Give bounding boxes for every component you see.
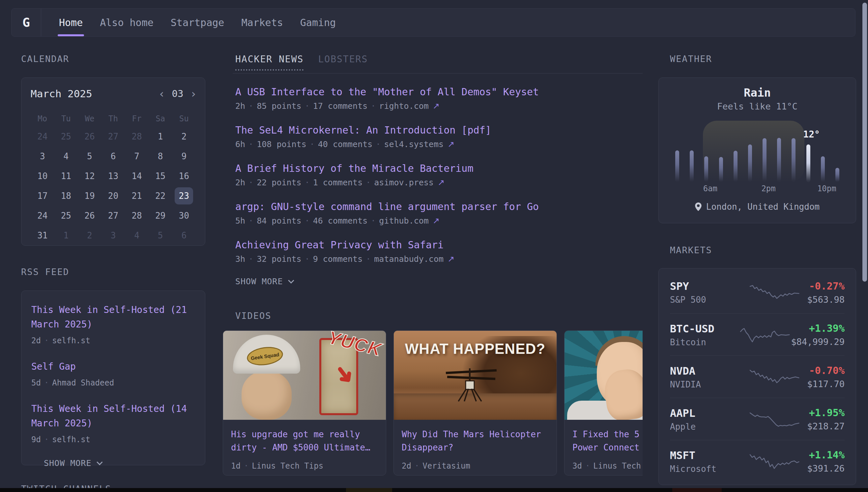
market-row-btc-usd[interactable]: BTC-USDBitcoin+1.39%$84,999.29 xyxy=(670,313,845,355)
calendar-day[interactable]: 2 xyxy=(172,127,196,146)
calendar-day[interactable]: 7 xyxy=(125,146,149,166)
calendar-day[interactable]: 26 xyxy=(78,127,102,146)
calendar-day[interactable]: 24 xyxy=(31,127,54,146)
calendar-day[interactable]: 6 xyxy=(172,225,196,245)
video-age: 1d xyxy=(231,461,241,471)
rss-show-more-button[interactable]: SHOW MORE xyxy=(44,458,195,468)
calendar-day[interactable]: 26 xyxy=(78,206,102,225)
page-scrollbar[interactable] xyxy=(862,3,867,281)
calendar-day[interactable]: 2 xyxy=(78,225,102,245)
calendar-next-icon[interactable]: › xyxy=(191,89,196,99)
calendar-day[interactable]: 18 xyxy=(54,186,78,206)
news-item-domain-link[interactable]: github.com↗ xyxy=(379,216,439,225)
separator-dot: · xyxy=(44,336,49,345)
calendar-day[interactable]: 1 xyxy=(54,225,78,245)
calendar-day[interactable]: 14 xyxy=(125,166,149,186)
news-item-title[interactable]: A Brief History of the Miracle Bacterium xyxy=(235,162,642,175)
video-title[interactable]: His upgrade got me really dirty - AMD $5… xyxy=(231,428,378,454)
market-symbol-block: BTC-USDBitcoin xyxy=(670,322,739,347)
rss-show-more-label: SHOW MORE xyxy=(44,458,91,468)
news-item-domain-link[interactable]: asimov.press↗ xyxy=(374,178,445,187)
market-row-msft[interactable]: MSFTMicrosoft+1.14%$391.26 xyxy=(670,440,845,482)
calendar-day[interactable]: 10 xyxy=(31,166,54,186)
news-item-title[interactable]: argp: GNU-style command line argument pa… xyxy=(235,200,642,213)
calendar-day[interactable]: 8 xyxy=(149,146,172,166)
nav-tab-also-home[interactable]: Also home xyxy=(100,8,154,36)
news-item-domain-link[interactable]: righto.com↗ xyxy=(379,101,439,111)
calendar-day-number: 30 xyxy=(179,211,189,221)
video-card[interactable]: Geek SquadYUCKHis upgrade got me really … xyxy=(223,330,386,475)
nav-tab-home[interactable]: Home xyxy=(59,8,83,36)
calendar-day[interactable]: 13 xyxy=(102,166,125,186)
calendar-day[interactable]: 16 xyxy=(172,166,196,186)
video-card[interactable]: WHAT HAPPENED?Why Did The Mars Helicopte… xyxy=(393,330,557,475)
calendar-day[interactable]: 1 xyxy=(149,127,172,146)
nav-tab-gaming[interactable]: Gaming xyxy=(300,8,336,36)
weather-bar-chart: 12° xyxy=(675,123,839,182)
calendar-day-number: 2 xyxy=(87,230,92,240)
news-tab-hacker-news[interactable]: HACKER NEWS xyxy=(235,54,304,71)
calendar-day[interactable]: 21 xyxy=(125,186,149,206)
rss-item-title[interactable]: Self Gap xyxy=(31,360,195,374)
news-item-title[interactable]: A USB Interface to the "Mother of All De… xyxy=(235,85,642,99)
calendar-day[interactable]: 22 xyxy=(149,186,172,206)
news-item: argp: GNU-style command line argument pa… xyxy=(235,200,642,226)
nav-tab-startpage[interactable]: Startpage xyxy=(171,8,225,36)
calendar-day[interactable]: 6 xyxy=(102,146,125,166)
calendar-day-number: 17 xyxy=(37,191,48,201)
calendar-weekday: Tu xyxy=(54,111,78,127)
calendar-day[interactable]: 3 xyxy=(31,146,54,166)
market-row-aapl[interactable]: AAPLApple+1.95%$218.27 xyxy=(670,398,845,440)
weather-bar xyxy=(719,157,723,182)
calendar-day[interactable]: 5 xyxy=(78,146,102,166)
calendar-day[interactable]: 5 xyxy=(149,225,172,245)
news-tab-lobsters[interactable]: LOBSTERS xyxy=(318,54,368,71)
video-title[interactable]: Why Did The Mars Helicopter Disappear? xyxy=(402,428,549,454)
calendar-day[interactable]: 28 xyxy=(125,127,149,146)
calendar-day-selected[interactable]: 23 xyxy=(172,186,196,206)
calendar-day[interactable]: 27 xyxy=(102,206,125,225)
video-card-body: Why Did The Mars Helicopter Disappear?2d… xyxy=(394,420,557,471)
calendar-weekday: Mo xyxy=(31,111,54,127)
calendar-day[interactable]: 31 xyxy=(31,225,54,245)
calendar-day-number: 29 xyxy=(155,211,165,221)
calendar-day[interactable]: 28 xyxy=(125,206,149,225)
calendar-day[interactable]: 25 xyxy=(54,127,78,146)
calendar-day[interactable]: 29 xyxy=(149,206,172,225)
video-thumbnail: WHAT HAPPENED? xyxy=(394,331,557,420)
market-symbol-block: SPYS&P 500 xyxy=(670,280,749,305)
market-row-nvda[interactable]: NVDANVIDIA-0.70%$117.70 xyxy=(670,355,845,398)
calendar-day[interactable]: 4 xyxy=(54,146,78,166)
calendar-day[interactable]: 9 xyxy=(172,146,196,166)
calendar-day[interactable]: 19 xyxy=(78,186,102,206)
calendar-prev-icon[interactable]: ‹ xyxy=(159,89,164,99)
calendar-day[interactable]: 3 xyxy=(102,225,125,245)
nav-tab-markets[interactable]: Markets xyxy=(241,8,283,36)
news-item-domain-link[interactable]: matanabudy.com↗ xyxy=(374,254,454,264)
calendar-day[interactable]: 11 xyxy=(54,166,78,186)
news-item-title[interactable]: The SeL4 Microkernel: An Introduction [p… xyxy=(235,124,642,137)
video-thumbnail: DO TH T xyxy=(564,331,642,420)
calendar-day[interactable]: 20 xyxy=(102,186,125,206)
weather-axis: 6am2pm10pm xyxy=(675,182,839,194)
calendar-day[interactable]: 30 xyxy=(172,206,196,225)
calendar-day[interactable]: 15 xyxy=(149,166,172,186)
left-column: CALENDAR March 2025 ‹ 03 › MoTuWeThFrSaS… xyxy=(21,54,205,492)
video-card[interactable]: DO TH TI Fixed the 5 Power Connect3d·Lin… xyxy=(564,330,642,475)
calendar-day[interactable]: 4 xyxy=(125,225,149,245)
video-meta: 1d·Linus Tech Tips xyxy=(231,461,378,471)
calendar-day[interactable]: 17 xyxy=(31,186,54,206)
market-row-spy[interactable]: SPYS&P 500-0.27%$563.98 xyxy=(670,271,845,313)
calendar-day[interactable]: 12 xyxy=(78,166,102,186)
weather-condition: Rain xyxy=(672,86,843,100)
rss-item-title[interactable]: This Week in Self-Hosted (14 March 2025) xyxy=(31,402,195,430)
calendar-day[interactable]: 24 xyxy=(31,206,54,225)
calendar-day-number: 9 xyxy=(181,151,186,161)
news-item-domain-link[interactable]: sel4.systems↗ xyxy=(384,140,454,149)
calendar-day[interactable]: 25 xyxy=(54,206,78,225)
news-show-more-button[interactable]: SHOW MORE xyxy=(235,277,642,286)
calendar-day[interactable]: 27 xyxy=(102,127,125,146)
news-item-title[interactable]: Achieving Great Privacy with Safari xyxy=(235,239,642,252)
rss-item-title[interactable]: This Week in Self-Hosted (21 March 2025) xyxy=(31,303,195,332)
video-title[interactable]: I Fixed the 5 Power Connect xyxy=(572,428,642,454)
